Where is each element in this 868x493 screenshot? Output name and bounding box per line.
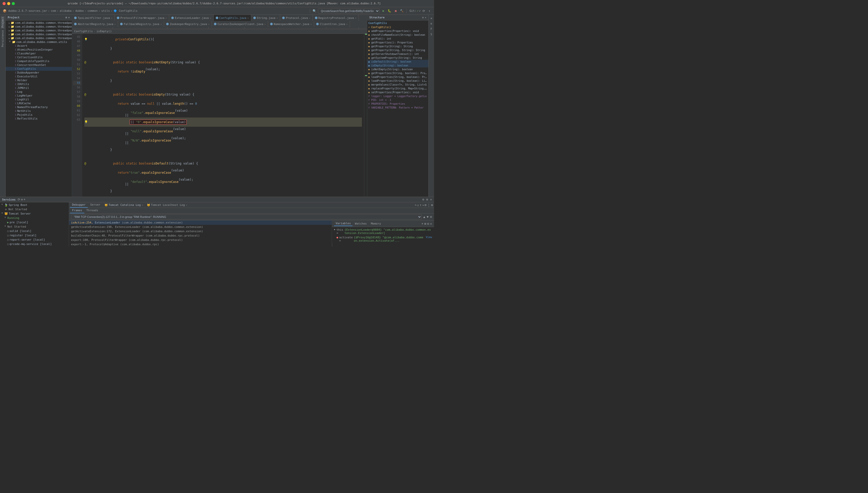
git-push-icon[interactable]: ↑ xyxy=(427,8,432,14)
frame-item-3[interactable]: buildInvokerChain:48, ProtocolFilterWrap… xyxy=(69,234,332,238)
svc-gate[interactable]: ○ gate [local] xyxy=(0,246,69,246)
tab-abstractregistry[interactable]: AbstractRegistry.java ✕ xyxy=(72,21,118,27)
settings-icon[interactable]: ⚙ xyxy=(431,203,433,207)
struct-item-getsystemprop[interactable]: m getSystemProperty(String): String xyxy=(367,56,428,60)
tab-namespacewatcher[interactable]: NamespaceWatcher.java ✕ xyxy=(268,21,314,27)
svc-notstarted-2[interactable]: ▶ Not Started xyxy=(0,224,69,229)
tree-item-dubboappender[interactable]: ▶ C DubboAppender xyxy=(6,71,72,74)
tree-item-pojoutils[interactable]: ▶ C PojoUtils xyxy=(6,113,72,117)
struct-item-checkfile[interactable]: m checkFileNameExist(String): boolean xyxy=(367,33,428,37)
tab-echofilter[interactable]: EchoFilter.java ✕ xyxy=(209,27,244,29)
tab-registryprotocol[interactable]: RegistryProtocol.java ✕ xyxy=(313,15,359,21)
project-settings-icon[interactable]: ⚙ xyxy=(65,16,67,19)
tab-decodehandler[interactable]: DecodeHandler.java ✕ xyxy=(167,27,208,29)
struct-item-getprops2[interactable]: m getProperties(String, boolean): Proper… xyxy=(367,71,428,75)
tree-item-logutil[interactable]: ▶ C LogUtil xyxy=(6,98,72,101)
tab-statitem[interactable]: StatItem.java ✕ xyxy=(326,27,359,29)
tab-protocol[interactable]: Protocol.java ✕ xyxy=(280,15,313,21)
close-button[interactable] xyxy=(3,2,6,5)
svc-qrcodemq[interactable]: ○ qrcode-mq-service [local] xyxy=(0,242,69,246)
tab-string[interactable]: String.java ✕ xyxy=(251,15,281,21)
struct-item-isdefault[interactable]: ● isDefault(String): boolean xyxy=(367,60,428,64)
right-panel-icon-2[interactable]: ⚙ xyxy=(429,21,434,26)
breadcrumb-isempty[interactable]: isEmpty() xyxy=(96,30,112,33)
tree-item-concurrenthashset[interactable]: ▶ C ConcurrentHashSet xyxy=(6,63,72,67)
struct-item-getproperty2[interactable]: m getProperty(String, String): String xyxy=(367,48,428,52)
tab-curatorzookeeper[interactable]: CuratorZookeeperClient.java ✕ xyxy=(212,21,268,27)
services-close-icon[interactable]: ✕ xyxy=(430,198,432,201)
tab-close-icon[interactable]: ✕ xyxy=(346,23,348,25)
tree-item-classhelper[interactable]: ▶ C ClassHelper xyxy=(6,51,72,56)
expand-icon[interactable]: ▶ xyxy=(334,228,335,231)
svc-solid[interactable]: ○ solid [local] xyxy=(0,229,69,233)
tab-close-icon[interactable]: ✕ xyxy=(309,17,311,19)
struct-item-isempty[interactable]: ● isEmpty(String): boolean xyxy=(367,64,428,67)
tab-close-icon[interactable]: ✕ xyxy=(111,17,112,19)
tab-close-icon[interactable]: ✕ xyxy=(355,17,356,19)
tree-item-assert[interactable]: ▶ C Assert xyxy=(6,44,72,48)
variables-panel-icon[interactable]: ✕ xyxy=(430,222,432,226)
evaluate-icon[interactable]: ≡ xyxy=(425,203,427,207)
tree-item-ioutils[interactable]: ▶ C IOUtils xyxy=(6,82,72,86)
tab-close-icon[interactable]: ✕ xyxy=(165,17,167,19)
tree-item-log[interactable]: ▶ C Log xyxy=(6,90,72,94)
services-add-icon[interactable]: + xyxy=(23,198,25,201)
frames-tab[interactable]: Frames xyxy=(70,208,84,213)
step-into-icon[interactable]: ↓ xyxy=(417,203,419,207)
svc-running[interactable]: ▶ Running xyxy=(0,216,69,220)
frame-item-2[interactable]: getActivateExtension:172, ExtensionLoade… xyxy=(69,229,332,234)
struct-item-getproperty1[interactable]: m getProperty(String): String xyxy=(367,44,428,48)
code-area[interactable]: 💡 private ConfigUtils() { } @ public sta… xyxy=(82,34,364,197)
struct-item-loadprops2[interactable]: m loadProperties(String, boolean): List<… xyxy=(367,79,428,83)
var-activate[interactable]: ▶ ● activate = {$Proxy16@10148} "@com.al… xyxy=(332,235,434,243)
expand-all-icon[interactable]: ⊟ xyxy=(427,222,429,226)
tree-item-configutils[interactable]: ▶ C ConfigUtils xyxy=(6,67,72,71)
tab-close-icon[interactable]: ✕ xyxy=(210,17,211,19)
struct-item-properties[interactable]: f PROPERTIES: Properties xyxy=(367,102,428,106)
struct-item-varpattern[interactable]: f VARIABLE_PATTERN: Pattern = Patter xyxy=(367,106,428,110)
view-link-activate[interactable]: View xyxy=(426,236,432,239)
frame-up-icon[interactable]: ▲ xyxy=(423,215,425,219)
tree-item-threadpool[interactable]: ▶ 📁 com.alibaba.dubbo.common.threadpool xyxy=(6,21,72,25)
tree-item-compatibletypeutils[interactable]: ▶ C CompatibleTypeUtils xyxy=(6,59,72,63)
services-settings-icon[interactable]: ⚙ xyxy=(426,198,428,201)
more-icon[interactable]: ⋮ xyxy=(427,203,430,207)
tab-close-icon[interactable]: ✕ xyxy=(160,23,162,25)
services-gear-icon[interactable]: ⚙ xyxy=(422,198,424,201)
tree-item-namedthreadfactory[interactable]: ▶ C NamedThreadFactory xyxy=(6,105,72,109)
frame-item-4[interactable]: export:100, ProtocolFilterWrapper (com.a… xyxy=(69,238,332,242)
frame-filter-icon[interactable]: ⊟ xyxy=(430,215,432,219)
step-over-icon[interactable]: ↷ xyxy=(415,203,417,207)
run-button[interactable]: ▶ xyxy=(380,8,386,14)
structure-close-icon[interactable]: ✕ xyxy=(425,16,426,19)
struct-item-getservertimeout[interactable]: m getServerShutdownTimeout(): int xyxy=(367,52,428,56)
tree-item-sup2[interactable]: ▶ 📁 com.alibaba.dubbo.common.threadpool.… xyxy=(6,28,72,33)
structure-settings-icon[interactable]: ⚙ xyxy=(422,16,424,19)
run-config-dropdown[interactable]: QrcodeSearchTest.getOrderBillByTradeSn xyxy=(318,8,379,14)
tree-item-lrucache[interactable]: ▶ C LRUCache xyxy=(6,101,72,105)
tab-headerexchangehandler[interactable]: HeaderExchangeHandler.java ✕ xyxy=(113,27,167,29)
svc-pre-local[interactable]: ▶ pre [local] xyxy=(0,220,69,224)
tab-dubboprotocol[interactable]: DubboProtocol.java ✕ xyxy=(72,27,113,29)
tab-tpslimitfilter[interactable]: TpsLimitFilter.java ✕ xyxy=(72,15,115,21)
svc-register[interactable]: ○ register [local] xyxy=(0,233,69,238)
tree-item-atomicpositiveinteger[interactable]: ▶ C AtomicPositiveInteger xyxy=(6,48,72,51)
tree-item-collectionutils[interactable]: ▶ C CollectionUtils xyxy=(6,56,72,59)
tomcat-catalina-tab[interactable]: 🐱 Tomcat Catalina Log ✕ xyxy=(103,202,145,208)
minimize-button[interactable] xyxy=(7,2,10,5)
tab-constants[interactable]: Constants.java ✕ xyxy=(244,27,278,29)
tab-fallbackregistry[interactable]: FallbackRegistry.java ✕ xyxy=(118,21,164,27)
add-watch-icon[interactable]: + xyxy=(421,222,423,226)
tab-configutils[interactable]: ConfigUtils.java ✕ xyxy=(214,15,251,21)
tab-close-icon[interactable]: ✕ xyxy=(142,203,143,207)
tree-item-sup1[interactable]: ▶ 📁 com.alibaba.dubbo.common.threadpool.… xyxy=(6,25,72,28)
struct-item-isnotempty[interactable]: m isNotEmpty(String): boolean xyxy=(367,67,428,71)
tab-close-icon[interactable]: ✕ xyxy=(276,17,278,19)
tree-item-executorutil[interactable]: ▶ C ExecutorUtil xyxy=(6,74,72,79)
struct-item-pid[interactable]: f PID: int = -1 xyxy=(367,98,428,102)
tab-close-icon[interactable]: ✕ xyxy=(186,203,187,207)
svc-notstarted-1[interactable]: ⊘ Not Started xyxy=(0,207,69,212)
svc-springboot[interactable]: ▶ 🍃 Spring Boot xyxy=(0,203,69,207)
tree-item-utils[interactable]: ▶ 📁 com.alibaba.dubbo.common.utils xyxy=(6,40,72,44)
right-panel-icon-1[interactable]: ≡ xyxy=(429,16,434,20)
